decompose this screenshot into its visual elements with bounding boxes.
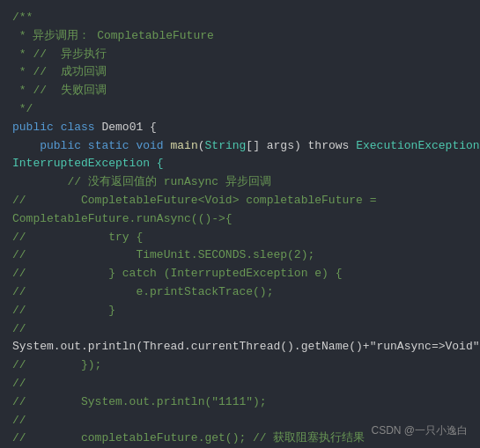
code-token: System.out.println(Thread.currentThread(… [12, 338, 480, 356]
code-token [12, 173, 67, 192]
code-token: throws [308, 137, 350, 156]
code-line: // CompletableFuture<Void> completableFu… [12, 192, 468, 210]
code-token: String [205, 137, 247, 156]
code-line: InterruptedException { [12, 155, 468, 173]
code-token: main [171, 137, 198, 156]
code-line: // } [12, 302, 468, 320]
code-line: */ [12, 100, 468, 119]
code-token: // [12, 430, 81, 448]
code-token: CompletableFuture [90, 27, 213, 46]
code-token: completableFuture.get(); // 获取阻塞执行结果 [81, 430, 365, 448]
code-token: e.printStackTrace(); [136, 283, 273, 302]
code-line: // System.out.println("1111"); [12, 393, 468, 412]
code-token [54, 119, 61, 137]
code-token: Demo01 { [95, 119, 157, 137]
code-token: // [12, 246, 136, 265]
code-line: CompletableFuture.runAsync(()->{ [12, 210, 468, 229]
code-token: // } catch (InterruptedException e) { [12, 265, 342, 283]
code-token: * // 成功回调 [12, 63, 107, 82]
code-line: // try { [12, 229, 468, 247]
code-token: System.out.println("1111"); [81, 393, 267, 412]
code-editor: /** * 异步调用： CompletableFuture * // 异步执行 … [0, 0, 480, 448]
code-line: * 异步调用： CompletableFuture [12, 27, 468, 46]
code-token: public [12, 119, 54, 137]
code-token: public [40, 137, 81, 156]
code-token: /** [12, 9, 33, 27]
code-token [129, 137, 137, 156]
code-token: // } [12, 302, 115, 320]
code-token: // [12, 320, 26, 339]
code-line: // } catch (InterruptedException e) { [12, 265, 468, 283]
code-line: // }); [12, 356, 468, 375]
code-token: // [12, 412, 26, 430]
code-line: // [12, 320, 468, 339]
code-token [81, 137, 88, 156]
code-token: // 没有返回值的 runAsync 异步回调 [67, 173, 270, 192]
code-token: ExecutionException, [356, 137, 480, 156]
code-line: // [12, 375, 468, 393]
code-line: /** [12, 9, 468, 27]
code-token: CompletableFuture<Void> completableFutur… [81, 192, 376, 210]
code-token: */ [12, 100, 33, 119]
code-token: static [88, 137, 129, 156]
code-line: public class Demo01 { [12, 119, 468, 137]
code-token: TimeUnit.SECONDS.sleep(2); [136, 246, 314, 265]
code-token: [] args) [246, 137, 307, 156]
code-token: // }); [12, 356, 101, 375]
code-token: * // 异步执行 [12, 46, 107, 64]
code-token: ( [198, 137, 205, 156]
code-token: void [136, 137, 163, 156]
code-token: // try { [12, 229, 143, 247]
code-line: * // 异步执行 [12, 46, 468, 64]
code-token [12, 137, 40, 156]
code-line: * // 成功回调 [12, 63, 468, 82]
code-line: * // 失败回调 [12, 82, 468, 100]
code-token: * 异步调用： [12, 27, 90, 46]
code-token: * // 失败回调 [12, 82, 107, 100]
code-line: // TimeUnit.SECONDS.sleep(2); [12, 246, 468, 265]
code-content: /** * 异步调用： CompletableFuture * // 异步执行 … [12, 9, 468, 448]
watermark: CSDN @一只小逸白 [371, 422, 468, 439]
code-token: // [12, 192, 81, 210]
code-line: System.out.println(Thread.currentThread(… [12, 338, 468, 356]
code-token: CompletableFuture.runAsync(()->{ [12, 210, 233, 229]
code-token [349, 137, 356, 156]
code-line: // 没有返回值的 runAsync 异步回调 [12, 173, 468, 192]
code-token: // [12, 375, 26, 393]
code-token: // [12, 283, 136, 302]
code-token: class [61, 119, 95, 137]
code-token: InterruptedException { [12, 155, 164, 173]
code-token [164, 137, 171, 156]
code-line: // e.printStackTrace(); [12, 283, 468, 302]
code-token: // [12, 393, 81, 412]
code-line: public static void main(String[] args) t… [12, 137, 468, 156]
